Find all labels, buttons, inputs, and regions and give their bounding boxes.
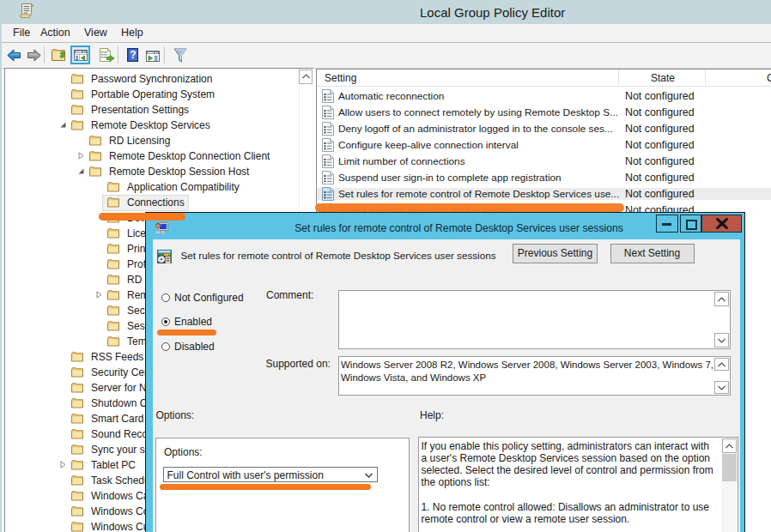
svg-text:?: ? <box>130 49 136 61</box>
